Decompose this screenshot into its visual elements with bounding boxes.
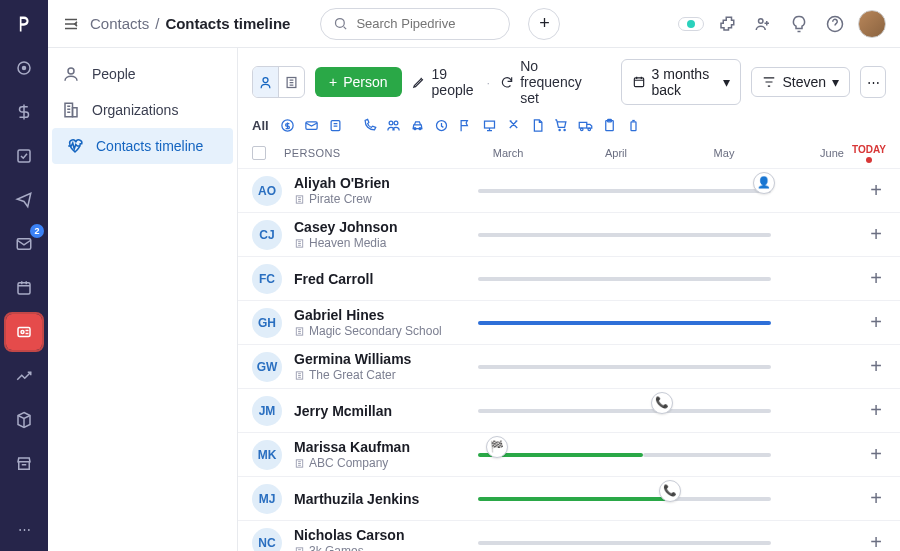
- timeline-row[interactable]: MJMarthuzila Jenkins📞+: [238, 476, 900, 520]
- row-add-button[interactable]: +: [866, 399, 886, 422]
- sidebar-item-timeline[interactable]: Contacts timeline: [52, 128, 233, 164]
- user-avatar[interactable]: [858, 10, 886, 38]
- nav-focus[interactable]: [6, 50, 42, 86]
- nav-calendar[interactable]: [6, 270, 42, 306]
- contact-name[interactable]: Germina Williams: [294, 351, 466, 367]
- contact-name[interactable]: Nicholas Carson: [294, 527, 466, 543]
- contact-info: Gabriel HinesMagic Secondary School: [294, 307, 466, 338]
- people-count[interactable]: 19 people: [412, 66, 477, 98]
- row-add-button[interactable]: +: [866, 531, 886, 551]
- date-range-dropdown[interactable]: 3 months back▾: [621, 59, 742, 105]
- filter-all[interactable]: All: [252, 118, 269, 133]
- filter-car-icon[interactable]: [409, 116, 427, 134]
- heart-pulse-icon: [66, 137, 84, 155]
- svg-point-28: [581, 128, 584, 131]
- filter-clipboard-icon[interactable]: [601, 116, 619, 134]
- timeline-bar: [478, 497, 674, 501]
- user-filter-dropdown[interactable]: Steven▾: [751, 67, 850, 97]
- contact-info: Aliyah O'BrienPirate Crew: [294, 175, 466, 206]
- sidebar-item-label: People: [92, 66, 136, 82]
- global-add-button[interactable]: +: [528, 8, 560, 40]
- timeline-bar: [643, 453, 771, 457]
- row-add-button[interactable]: +: [866, 267, 886, 290]
- timeline-marker[interactable]: 🏁: [486, 436, 508, 458]
- row-add-button[interactable]: +: [866, 443, 886, 466]
- timeline-row[interactable]: CJCasey JohnsonHeaven Media+: [238, 212, 900, 256]
- row-add-button[interactable]: +: [866, 487, 886, 510]
- nav-campaigns[interactable]: [6, 182, 42, 218]
- timeline-header: PERSONS March April May June TODAY: [238, 142, 900, 168]
- plus-icon: +: [329, 74, 337, 90]
- contact-name[interactable]: Fred Carroll: [294, 271, 466, 287]
- contact-avatar: MJ: [252, 484, 282, 514]
- view-person[interactable]: [253, 67, 279, 97]
- timeline-marker[interactable]: 👤: [753, 172, 775, 194]
- timeline-bar: [478, 277, 771, 281]
- timeline-row[interactable]: JMJerry Mcmillan📞+: [238, 388, 900, 432]
- row-add-button[interactable]: +: [866, 311, 886, 334]
- row-add-button[interactable]: +: [866, 355, 886, 378]
- svg-point-13: [263, 77, 268, 82]
- timeline-row[interactable]: GWGermina WilliamsThe Great Cater+: [238, 344, 900, 388]
- timeline-row[interactable]: GHGabriel HinesMagic Secondary School+: [238, 300, 900, 344]
- contact-name[interactable]: Gabriel Hines: [294, 307, 466, 323]
- timeline-row[interactable]: AOAliyah O'BrienPirate Crew👤+: [238, 168, 900, 212]
- filter-meeting-icon[interactable]: [385, 116, 403, 134]
- collapse-menu-icon[interactable]: [62, 15, 80, 33]
- nav-mail[interactable]: 2: [6, 226, 42, 262]
- contact-name[interactable]: Aliyah O'Brien: [294, 175, 466, 191]
- select-all-checkbox[interactable]: [252, 146, 266, 160]
- add-person-button[interactable]: +Person: [315, 67, 402, 97]
- sidebar-item-people[interactable]: People: [48, 56, 237, 92]
- timeline-marker[interactable]: 📞: [659, 480, 681, 502]
- nav-marketplace[interactable]: [6, 446, 42, 482]
- nav-more[interactable]: ⋯: [6, 511, 42, 547]
- more-button[interactable]: ⋯: [860, 66, 886, 98]
- filter-clock-icon[interactable]: [433, 116, 451, 134]
- row-add-button[interactable]: +: [866, 179, 886, 202]
- filter-truck-icon[interactable]: [577, 116, 595, 134]
- search-bar[interactable]: [320, 8, 510, 40]
- nav-products[interactable]: [6, 402, 42, 438]
- sidebar-item-organizations[interactable]: Organizations: [48, 92, 237, 128]
- help-icon[interactable]: [822, 11, 848, 37]
- nav-contacts[interactable]: [6, 314, 42, 350]
- assistant-pill[interactable]: [678, 17, 704, 31]
- filter-call-icon[interactable]: [361, 116, 379, 134]
- contact-name[interactable]: Jerry Mcmillan: [294, 403, 466, 419]
- invite-icon[interactable]: [750, 11, 776, 37]
- logo[interactable]: [10, 10, 38, 38]
- row-timeline: [478, 353, 854, 381]
- timeline-row[interactable]: FCFred Carroll+: [238, 256, 900, 300]
- hint-icon[interactable]: [786, 11, 812, 37]
- svg-point-1: [23, 67, 26, 70]
- filter-dollar-icon[interactable]: [279, 116, 297, 134]
- nav-activities[interactable]: [6, 138, 42, 174]
- contact-name[interactable]: Marthuzila Jenkins: [294, 491, 466, 507]
- row-timeline: 🏁: [478, 441, 854, 469]
- filter-note-icon[interactable]: [327, 116, 345, 134]
- extension-icon[interactable]: [714, 11, 740, 37]
- row-add-button[interactable]: +: [866, 223, 886, 246]
- svg-rect-2: [18, 150, 30, 162]
- contact-name[interactable]: Casey Johnson: [294, 219, 466, 235]
- filter-battery-icon[interactable]: [625, 116, 643, 134]
- timeline-row[interactable]: NCNicholas Carson3k Games+: [238, 520, 900, 551]
- svg-rect-12: [73, 108, 78, 117]
- contact-name[interactable]: Marissa Kaufman: [294, 439, 466, 455]
- filter-cart-icon[interactable]: [553, 116, 571, 134]
- filter-food-icon[interactable]: [505, 116, 523, 134]
- breadcrumb-root[interactable]: Contacts: [90, 15, 149, 32]
- filter-doc-icon[interactable]: [529, 116, 547, 134]
- filter-mail-icon[interactable]: [303, 116, 321, 134]
- search-input[interactable]: [356, 16, 497, 31]
- filter-flag-icon[interactable]: [457, 116, 475, 134]
- frequency-set[interactable]: No frequency set: [500, 58, 600, 106]
- timeline-marker[interactable]: 📞: [651, 392, 673, 414]
- filter-presentation-icon[interactable]: [481, 116, 499, 134]
- view-org[interactable]: [279, 67, 304, 97]
- timeline-row[interactable]: MKMarissa KaufmanABC Company🏁+: [238, 432, 900, 476]
- nav-deals[interactable]: [6, 94, 42, 130]
- nav-insights[interactable]: [6, 358, 42, 394]
- contact-info: Nicholas Carson3k Games: [294, 527, 466, 551]
